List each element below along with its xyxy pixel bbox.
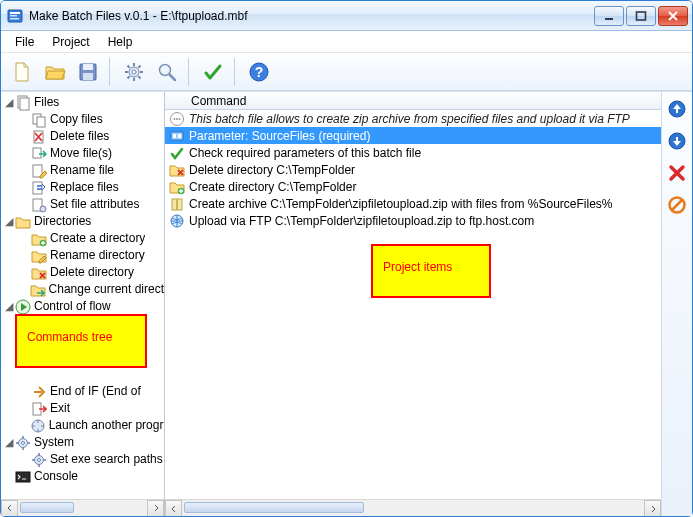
- tree-item[interactable]: Move file(s): [1, 145, 164, 162]
- command-row[interactable]: Create directory C:\TempFolder: [165, 178, 661, 195]
- toolbar-run-button[interactable]: [198, 57, 228, 87]
- blank-icon: [31, 367, 47, 383]
- folder-new-icon: [169, 179, 185, 195]
- command-text: Parameter: SourceFiles (required): [189, 129, 370, 143]
- tree-group-control-of-flow[interactable]: ◢Control of flow: [1, 298, 164, 315]
- tree-group-system[interactable]: ◢System: [1, 434, 164, 451]
- attrs-icon: [31, 197, 47, 213]
- scroll-right-arrow-icon[interactable]: [147, 500, 164, 517]
- tree-horizontal-scrollbar[interactable]: [1, 499, 164, 516]
- toolbar-help-button[interactable]: ?: [244, 57, 274, 87]
- tree-item-label: Rename file: [50, 162, 114, 179]
- archive-icon: [169, 196, 185, 212]
- toolbar-settings-button[interactable]: [119, 57, 149, 87]
- tree-item[interactable]: Exit: [1, 400, 164, 417]
- command-row[interactable]: Parameter: SourceFiles (required): [165, 127, 661, 144]
- svg-line-15: [128, 65, 130, 67]
- maximize-button[interactable]: [626, 6, 656, 26]
- project-pane: Command This batch file allows to create…: [165, 92, 692, 516]
- tree-group-files[interactable]: ◢Files: [1, 94, 164, 111]
- svg-line-64: [672, 200, 682, 210]
- svg-rect-30: [33, 182, 42, 194]
- toolbar-open-button[interactable]: [40, 57, 70, 87]
- tree-item[interactable]: Create a directory: [1, 230, 164, 247]
- scrollbar-thumb[interactable]: [20, 502, 74, 513]
- window-controls: [594, 6, 688, 26]
- tree-group-console[interactable]: Console: [1, 468, 164, 485]
- tree-group-directories[interactable]: ◢Directories: [1, 213, 164, 230]
- tree-item[interactable]: End of IF (End of: [1, 383, 164, 400]
- checkmark-icon: [202, 61, 224, 83]
- folder-icon: [15, 214, 31, 230]
- disable-item-button[interactable]: [666, 194, 688, 216]
- command-row[interactable]: Upload via FTP C:\TempFolder\zipfiletoup…: [165, 212, 661, 229]
- save-icon: [77, 61, 99, 83]
- gear-icon: [123, 61, 145, 83]
- arrow-down-icon: [668, 132, 686, 150]
- tree-item[interactable]: [1, 366, 164, 383]
- move-icon: [31, 146, 47, 162]
- toolbar-separator: [234, 58, 238, 86]
- collapse-toggle-icon[interactable]: ◢: [3, 213, 14, 230]
- close-button[interactable]: [658, 6, 688, 26]
- toolbar-find-button[interactable]: [152, 57, 182, 87]
- toolbar-new-button[interactable]: [7, 57, 37, 87]
- menu-project[interactable]: Project: [44, 33, 97, 51]
- app-window: Make Batch Files v.0.1 - E:\ftpupload.mb…: [0, 0, 693, 517]
- svg-point-10: [132, 70, 136, 74]
- menu-file[interactable]: File: [7, 33, 42, 51]
- svg-rect-26: [37, 117, 45, 127]
- scrollbar-thumb[interactable]: [184, 502, 364, 513]
- command-text: Upload via FTP C:\TempFolder\zipfiletoup…: [189, 214, 534, 228]
- svg-point-52: [176, 118, 178, 120]
- tree-item[interactable]: Set exe search paths: [1, 451, 164, 468]
- file-new-icon: [11, 61, 33, 83]
- collapse-toggle-icon[interactable]: ◢: [3, 434, 14, 451]
- command-list-header[interactable]: Command: [165, 92, 661, 110]
- collapse-toggle-icon[interactable]: ◢: [3, 94, 14, 111]
- tree-group-label: Files: [34, 94, 59, 111]
- command-row[interactable]: Create archive C:\TempFolder\zipfiletoup…: [165, 195, 661, 212]
- svg-rect-7: [83, 64, 93, 70]
- move-down-button[interactable]: [666, 130, 688, 152]
- tree-item[interactable]: Rename file: [1, 162, 164, 179]
- tree-item-label: Set exe search paths: [50, 451, 163, 468]
- scroll-left-arrow-icon[interactable]: [165, 500, 182, 516]
- minimize-button[interactable]: [594, 6, 624, 26]
- delete-item-button[interactable]: [666, 162, 688, 184]
- svg-rect-8: [83, 73, 93, 80]
- tree-item[interactable]: Change current directory: [1, 281, 164, 298]
- command-row[interactable]: Check required parameters of this batch …: [165, 144, 661, 161]
- move-up-button[interactable]: [666, 98, 688, 120]
- tree-item[interactable]: Rename directory: [1, 247, 164, 264]
- tree-item[interactable]: Delete directory: [1, 264, 164, 281]
- tree-item[interactable]: Copy files: [1, 111, 164, 128]
- tree-item[interactable]: Launch another program: [1, 417, 164, 434]
- tree-item-label: Rename directory: [50, 247, 145, 264]
- toolbar-separator: [188, 58, 192, 86]
- ftp-icon: [169, 213, 185, 229]
- menu-help[interactable]: Help: [100, 33, 141, 51]
- scroll-left-arrow-icon[interactable]: [1, 500, 18, 517]
- command-text: Check required parameters of this batch …: [189, 146, 421, 160]
- play-icon: [15, 299, 31, 315]
- svg-rect-59: [176, 199, 178, 210]
- svg-point-32: [40, 206, 46, 212]
- command-row[interactable]: This batch file allows to create zip arc…: [165, 110, 661, 127]
- copy-icon: [31, 112, 47, 128]
- command-list[interactable]: This batch file allows to create zip arc…: [165, 110, 661, 499]
- scroll-right-arrow-icon[interactable]: [644, 500, 661, 516]
- tree-item[interactable]: Set file attributes: [1, 196, 164, 213]
- svg-point-53: [179, 118, 181, 120]
- command-area: Command This batch file allows to create…: [165, 92, 662, 516]
- tree-item[interactable]: Delete files: [1, 128, 164, 145]
- toolbar: ?: [1, 53, 692, 91]
- svg-rect-56: [178, 134, 181, 138]
- tree-item[interactable]: Replace files: [1, 179, 164, 196]
- commands-tree[interactable]: ◢FilesCopy filesDelete filesMove file(s)…: [1, 92, 164, 499]
- collapse-toggle-icon[interactable]: ◢: [3, 298, 14, 315]
- command-horizontal-scrollbar[interactable]: [165, 499, 661, 516]
- command-row[interactable]: Delete directory C:\TempFolder: [165, 161, 661, 178]
- svg-rect-28: [33, 148, 41, 158]
- toolbar-save-button[interactable]: [73, 57, 103, 87]
